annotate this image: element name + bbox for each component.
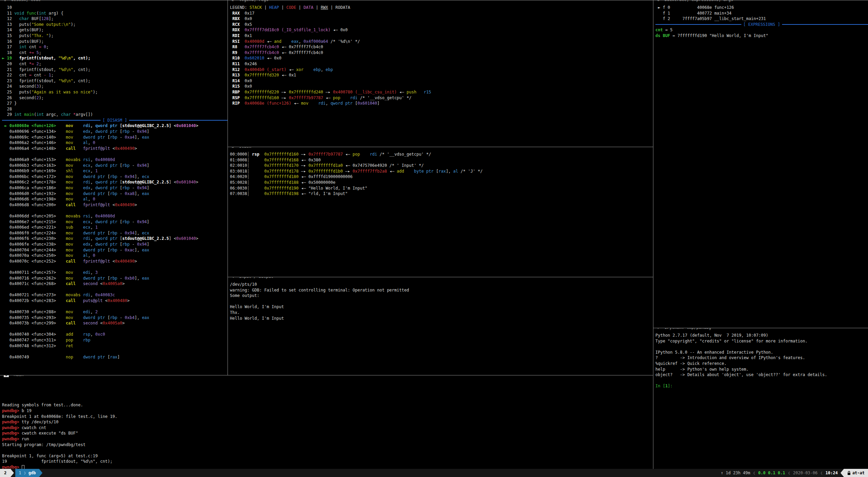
terminal-row: LEGEND: STACK | HEAP | CODE | DATA | RWX…	[230, 5, 653, 11]
tmux-status-bar: 2 1 ❯ gdb ↑ 1d 23h 49m ❮ 0.0 0.1 0.1 ❮ 2…	[0, 469, 868, 477]
powerline-arrow-icon	[840, 469, 844, 477]
terminal-row: 0x400749 nop dword ptr [rax]	[2, 354, 228, 360]
pane-main-gdb[interactable]: 5 "Main" Reading symbols from test...don…	[0, 375, 653, 469]
registers-content: LEGEND: STACK | HEAP | CODE | DATA | RWX…	[228, 0, 653, 106]
terminal-row: 0x40070a <func+250> mov al, 0	[2, 253, 228, 259]
terminal-row	[2, 397, 653, 403]
terminal-row: pwndbg> cwatch execute "ds BUF"	[2, 430, 653, 436]
terminal-row: 0x400735 <func+293> mov dword ptr [rbp -…	[2, 315, 228, 321]
terminal-row: RSP 0x7fffffffd160 —▸ 0x7ffff7b97787 ◂— …	[230, 95, 653, 101]
io-content: /dev/pts/10warning: GDB: Failed to set c…	[228, 277, 653, 321]
terminal-row: 0x4006dd <func+205> movabs rsi, 0x40080d	[2, 213, 228, 219]
terminal-row: 0x4006a2 <func+146> mov al, 0	[2, 140, 228, 146]
terminal-row: Python 2.7.17 (default, Nov 7 2019, 10:0…	[655, 333, 868, 338]
terminal-row: 0x4006bc <func+172> mov dword ptr [rbp -…	[2, 174, 228, 180]
terminal-row: 04:0020│ 0x7fffffffd180 ◂— 0xffffd190000…	[230, 174, 653, 180]
terminal-row	[2, 380, 653, 386]
load-average: 0.0 0.1 0.1	[756, 469, 788, 477]
terminal-row: 23 fprintf(stdout, "%d\n", cnt);	[2, 78, 228, 84]
terminal-row: 0x400721 <func+273> movabs rdi, 0x40083c	[2, 292, 228, 298]
terminal-row: pwndbg>	[2, 464, 653, 469]
terminal-row: RBX 0x0	[230, 16, 653, 22]
terminal-row: IPython 5.8.0 -- An enhanced Interactive…	[655, 350, 868, 355]
terminal-row: 21 fprintf(stdout, "%d\n", cnt);	[2, 67, 228, 73]
terminal-row: 0x40069c <func+140> mov dword ptr [rbp -…	[2, 135, 228, 140]
terminal-row: Hello World, I'm Input	[230, 304, 653, 310]
terminal-row: 07:0038│ 0x7fffffffd198 ◂— "rld, I'm Inp…	[230, 191, 653, 197]
status-left: 2 1 ❯ gdb	[0, 469, 42, 477]
terminal-row: 25 puts("Again as it was so nice");	[2, 89, 228, 95]
terminal-row: RDX 0x7ffff7dd18c0 (_IO_stdfile_1_lock) …	[230, 27, 653, 33]
terminal-row	[2, 287, 228, 293]
pane-title: 2 "legend, regs"	[231, 0, 272, 2]
status-time: 10:24	[823, 469, 840, 477]
pane-title: 4 "Input / Output"	[231, 277, 277, 279]
terminal-row	[2, 349, 228, 354]
hostname-badge: at-at	[844, 469, 868, 477]
tmux-window-1-gdb-tab[interactable]: 1 ❯ gdb	[15, 469, 39, 477]
ipython-content: Python 2.7.17 (default, Nov 7 2019, 10:0…	[653, 328, 868, 389]
terminal-row: Reading symbols from test...done.	[2, 402, 653, 408]
terminal-row: 0x4006ca <func+186> mov edx, dword ptr […	[2, 185, 228, 191]
terminal-row	[655, 344, 868, 350]
pane-legend-regs[interactable]: 2 "legend, regs" LEGEND: STACK | HEAP | …	[228, 0, 653, 147]
terminal-row: 01:0008│ 0x7fffffffd168 ◂— 0x380	[230, 157, 653, 163]
terminal-row: 0x4006e7 <func+215> mov ecx, dword ptr […	[2, 219, 228, 225]
status-date: 2020-03-06	[790, 469, 820, 477]
tmux-window-2-tab[interactable]: 2	[0, 469, 11, 477]
terminal-row: R9 0x7ffff7fcb4c0 ◂— 0x7ffff7fcb4c0	[230, 50, 653, 56]
terminal-row: 0x400711 <func+257> mov edi, 3	[2, 270, 228, 276]
section-separator: [ EXPRESSIONS ]	[655, 22, 868, 28]
terminal-row	[655, 378, 868, 384]
terminal-row	[2, 151, 228, 157]
terminal-row: 0x4006a9 <func+153> movabs rsi, 0x40080d	[2, 157, 228, 163]
pane-title: 7 "IPython: tmp/pwndbg"	[656, 328, 715, 330]
terminal-row: Breakpoint 1 at 0x40068e: file test.c, l…	[2, 414, 653, 420]
tmux-session: 1 "disasm, code" 10 11 void func(int arg…	[0, 0, 868, 477]
stack-content: 00:0000│ rsp 0x7fffffffd160 —▸ 0x7ffff7b…	[228, 147, 653, 197]
pane-ipython[interactable]: 7 "IPython: tmp/pwndbg" Python 2.7.17 (d…	[653, 328, 868, 469]
terminal-row: 02:0010│ 0x7fffffffd170 —▸ 0x7fffffffd1a…	[230, 163, 653, 169]
terminal-row: 26 second(2);	[2, 95, 228, 101]
terminal-row	[2, 303, 228, 309]
disasm-code-content: 10 11 void func(int arg) { 12 char BUF[1…	[0, 0, 228, 360]
terminal-row: Breakpoint 1, func (arg=5) at test.c:19	[2, 453, 653, 459]
terminal-row: 14 gets(BUF);	[2, 27, 228, 33]
text-cursor	[22, 465, 24, 469]
terminal-row	[2, 208, 228, 213]
pane-input-output[interactable]: 4 "Input / Output" /dev/pts/10warning: G…	[228, 277, 653, 375]
terminal-row: 0x4006d8 <func+200> call fprintf@plt <0x…	[2, 202, 228, 208]
terminal-row: 28	[2, 106, 228, 112]
terminal-row: 06:0030│ 0x7fffffffd190 ◂— "Hello World,…	[230, 186, 653, 191]
terminal-row: In [1]:	[655, 383, 868, 389]
terminal-row: 29 int main(int argc, char *argv[])	[2, 112, 228, 118]
terminal-row: 12 char BUF[128];	[2, 16, 228, 22]
pane-title: 6 "backtrace, expressions, args"	[656, 0, 737, 2]
terminal-row: ► f 0 40068e func+126	[655, 5, 868, 11]
terminal-row: object? -> Details about 'object', use '…	[655, 372, 868, 378]
terminal-row: RIP 0x40068e (func+126) ◂— mov rdi, qwor…	[230, 101, 653, 106]
powerline-separator-icon: ❮	[788, 469, 790, 477]
current-line-row: ► 19 fprintf(stdout, "%d\n", cnt);	[2, 55, 228, 61]
pane-stack[interactable]: 3 "stack" 00:0000│ rsp 0x7fffffffd160 —▸…	[228, 147, 653, 277]
terminal-row: 17 int cnt = 0;	[2, 44, 228, 50]
gdb-console-content: Reading symbols from test...done.pwndbg>…	[0, 375, 653, 469]
terminal-row: help -> Python's own help system.	[655, 367, 868, 372]
chevron-icon: ❯	[23, 471, 26, 475]
terminal-row: R15 0x0	[230, 84, 653, 89]
current-line-row: ► 0x40068e <func+126> mov rdi, qword ptr…	[2, 123, 228, 129]
terminal-row: 0x4006b9 <func+169> shl ecx, 1	[2, 168, 228, 174]
terminal-row: 0x4006f0 <func+224> mov dword ptr [rbp -…	[2, 230, 228, 236]
pane-disasm-code[interactable]: 1 "disasm, code" 10 11 void func(int arg…	[0, 0, 228, 375]
terminal-row: 0x400716 <func+262> mov dword ptr [rbp -…	[2, 276, 228, 281]
lock-icon	[847, 471, 851, 475]
terminal-row: 13 puts("Some output:\n");	[2, 22, 228, 28]
terminal-row: f 2 7ffff7a05b97 __libc_start_main+231	[655, 16, 868, 22]
active-pane-indicator: 5	[4, 375, 9, 377]
terminal-row: 0x4006fe <func+238> mov edx, dword ptr […	[2, 242, 228, 247]
pane-backtrace-expressions[interactable]: 6 "backtrace, expressions, args" ► f 0 4…	[653, 0, 868, 328]
terminal-row: 0x400704 <func+244> mov dword ptr [rbp -…	[2, 247, 228, 253]
terminal-row: /dev/pts/10	[230, 282, 653, 287]
terminal-row: 0x4006b3 <func+163> mov ecx, dword ptr […	[2, 163, 228, 169]
terminal-row: 0x4006d6 <func+198> mov al, 0	[2, 196, 228, 202]
